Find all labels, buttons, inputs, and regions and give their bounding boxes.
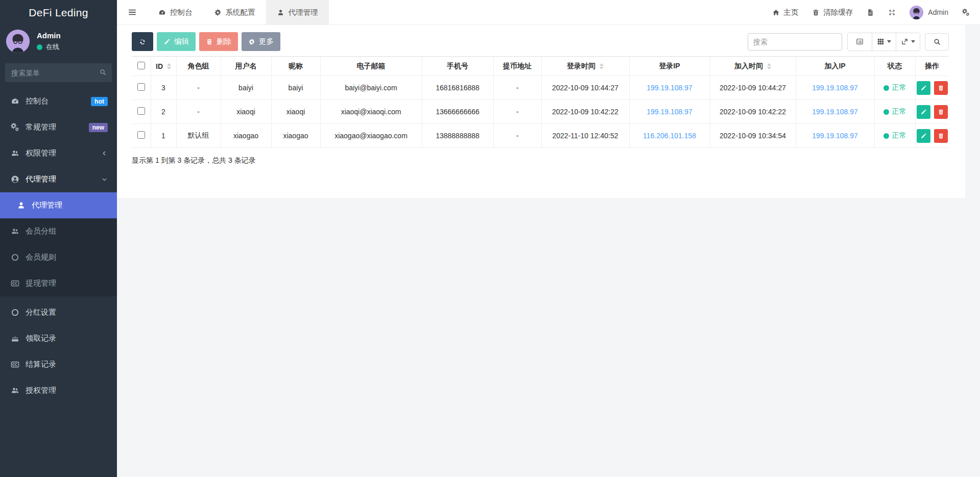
sidebar-item-claim-records[interactable]: 领取记录	[0, 325, 117, 352]
cell-email: xiaogao@xiaogao.com	[320, 124, 422, 148]
column-header-nickname[interactable]: 昵称	[271, 57, 320, 76]
avatar	[910, 6, 923, 19]
join-ip-link[interactable]: 199.19.108.97	[812, 132, 858, 140]
row-edit-button[interactable]	[917, 81, 930, 95]
column-label: 登录时间	[567, 62, 595, 71]
join-ip-link[interactable]: 199.19.108.97	[812, 108, 858, 116]
caret-down-icon	[911, 40, 915, 43]
row-checkbox[interactable]	[137, 107, 145, 115]
row-checkbox[interactable]	[137, 131, 145, 139]
sidebar-toggle-button[interactable]	[117, 0, 148, 24]
login-ip-link[interactable]: 116.206.101.158	[643, 132, 696, 140]
table-search-input[interactable]	[748, 33, 842, 51]
login-ip-link[interactable]: 199.19.108.97	[647, 108, 692, 116]
join-ip-link[interactable]: 199.19.108.97	[812, 84, 858, 92]
cell-phone: 16816816888	[422, 76, 493, 100]
column-header-id[interactable]: ID	[151, 57, 176, 76]
columns-dropdown-button[interactable]	[872, 33, 896, 51]
sidebar-item-member-group[interactable]: 会员分组	[0, 218, 117, 244]
cell-username: baiyi	[221, 76, 271, 100]
menu-search-input[interactable]	[5, 63, 112, 82]
column-header-login-ip[interactable]: 登录IP	[629, 57, 710, 76]
select-all-checkbox[interactable]	[137, 62, 145, 69]
sort-carets-icon	[767, 63, 771, 69]
advanced-search-button[interactable]	[925, 33, 949, 51]
sidebar-item-agent-manage[interactable]: 代理管理	[0, 192, 117, 218]
row-delete-button[interactable]	[934, 129, 948, 143]
login-ip-link[interactable]: 199.19.108.97	[647, 84, 692, 92]
cell-username: xiaoqi	[221, 100, 271, 124]
clear-cache-link[interactable]: 清除缓存	[812, 8, 853, 17]
sidebar-item-dividend-settings[interactable]: 分红设置	[0, 299, 117, 325]
column-label: 加入IP	[824, 62, 845, 70]
hot-badge: hot	[91, 97, 108, 106]
status-dot-icon	[883, 109, 889, 115]
agent-table-panel: 编辑 删除 更多	[117, 25, 965, 198]
cell-join-time: 2022-10-09 10:42:22	[710, 100, 796, 124]
users-icon	[11, 386, 19, 395]
pencil-icon	[163, 38, 171, 45]
column-header-phone[interactable]: 手机号	[422, 57, 493, 76]
sort-carets-icon	[600, 63, 604, 69]
tab-dashboard[interactable]: 控制台	[148, 0, 203, 24]
sidebar-menu: 控制台 hot 常规管理 new 权限管理 代理管理 代理管理 会员分组	[0, 88, 117, 404]
edit-button[interactable]: 编辑	[157, 32, 196, 51]
sidebar-item-withdraw-manage[interactable]: 提现管理	[0, 270, 117, 296]
table-row[interactable]: 2 - xiaoqi xiaoqi xiaoqi@xiaoqi.com 1366…	[132, 100, 949, 124]
row-delete-button[interactable]	[934, 105, 948, 119]
sidebar: DeFi Leding Admin 在线 控制台 hot 常规管理 new 权限…	[0, 0, 117, 477]
column-header-role-group[interactable]: 角色组	[176, 57, 221, 76]
fullscreen-button[interactable]	[888, 9, 896, 16]
sidebar-item-general[interactable]: 常规管理 new	[0, 114, 117, 140]
tab-system-config[interactable]: 系统配置	[203, 0, 266, 24]
home-link[interactable]: 主页	[772, 8, 798, 17]
avatar[interactable]	[6, 30, 30, 53]
status-badge: 正常	[883, 83, 906, 92]
tab-agent-manage[interactable]: 代理管理	[266, 0, 329, 24]
sidebar-item-member-rule[interactable]: 会员规则	[0, 244, 117, 270]
dashboard-icon	[11, 97, 19, 106]
column-label: 加入时间	[734, 62, 763, 71]
column-header-email[interactable]: 电子邮箱	[320, 57, 422, 76]
table-row[interactable]: 1 默认组 xiaogao xiaogao xiaogao@xiaogao.co…	[132, 124, 949, 148]
row-checkbox[interactable]	[137, 83, 145, 91]
trash-icon	[206, 38, 213, 45]
users-icon	[11, 227, 19, 236]
row-edit-button[interactable]	[917, 105, 930, 119]
sidebar-item-label: 分红设置	[26, 308, 108, 317]
table-row[interactable]: 3 - baiyi baiyi baiyi@baiyi.com 16816816…	[132, 76, 949, 100]
column-label: 电子邮箱	[357, 62, 386, 70]
column-header-withdraw-address[interactable]: 提币地址	[493, 57, 541, 76]
cake-icon	[11, 334, 19, 343]
sidebar-item-label: 代理管理	[32, 200, 108, 210]
document-button[interactable]	[867, 9, 874, 16]
detail-view-button[interactable]	[848, 33, 872, 51]
sidebar-item-auth-manage[interactable]: 授权管理	[0, 378, 117, 404]
row-delete-button[interactable]	[934, 81, 948, 95]
cell-withdraw-address: -	[493, 124, 541, 148]
more-button[interactable]: 更多	[242, 32, 280, 51]
sidebar-item-permissions[interactable]: 权限管理	[0, 140, 117, 166]
trash-icon	[812, 9, 820, 16]
column-header-status[interactable]: 状态	[874, 57, 915, 76]
refresh-button[interactable]	[132, 32, 153, 51]
sidebar-item-settle-records[interactable]: 结算记录	[0, 352, 117, 378]
topbar-right: 主页 清除缓存 Admin	[772, 0, 980, 24]
column-header-login-time[interactable]: 登录时间	[541, 57, 629, 76]
column-header-join-ip[interactable]: 加入IP	[796, 57, 874, 76]
chevron-down-icon	[101, 176, 108, 183]
sidebar-item-dashboard[interactable]: 控制台 hot	[0, 88, 117, 114]
column-header-join-time[interactable]: 加入时间	[710, 57, 796, 76]
user-icon	[17, 201, 26, 210]
settings-button[interactable]	[962, 9, 970, 16]
column-label: 操作	[925, 62, 939, 70]
sidebar-item-agent-parent[interactable]: 代理管理	[0, 166, 117, 192]
list-icon	[856, 38, 864, 45]
delete-button[interactable]: 删除	[199, 32, 238, 51]
user-menu[interactable]: Admin	[910, 6, 948, 19]
export-dropdown-button[interactable]	[896, 33, 920, 51]
row-edit-button[interactable]	[917, 129, 930, 143]
toolbar-right	[748, 33, 949, 51]
tab-label: 系统配置	[226, 8, 255, 17]
column-header-username[interactable]: 用户名	[221, 57, 271, 76]
